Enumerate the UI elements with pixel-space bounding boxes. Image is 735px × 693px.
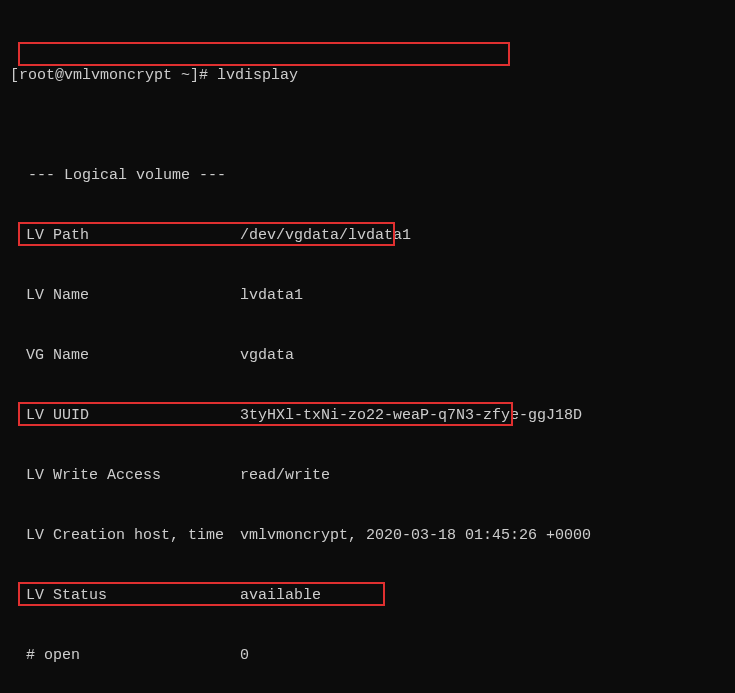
vg-name-row: VG Name vgdata: [10, 346, 725, 366]
lv-status-label: LV Status: [10, 586, 240, 606]
lv-status-row: LV Status available: [10, 586, 725, 606]
open-count-row: # open 0: [10, 646, 725, 666]
terminal-output: [root@vmlvmoncrypt ~]# lvdisplay --- Log…: [0, 0, 735, 693]
lv-write-access-row: LV Write Access read/write: [10, 466, 725, 486]
lv-name-label: LV Name: [10, 286, 240, 306]
lv-creation-value: vmlvmoncrypt, 2020-03-18 01:45:26 +0000: [240, 526, 725, 546]
lv-write-access-value: read/write: [240, 466, 725, 486]
lv-status-value: available: [240, 586, 725, 606]
vg-name-value: vgdata: [240, 346, 725, 366]
lv-path-label: LV Path: [10, 226, 240, 246]
shell-prompt: [root@vmlvmoncrypt ~]# lvdisplay: [10, 66, 298, 86]
lv-uuid-value: 3tyHXl-txNi-zo22-weaP-q7N3-zfye-ggJ18D: [240, 406, 725, 426]
open-count-value: 0: [240, 646, 725, 666]
lv-creation-row: LV Creation host, time vmlvmoncrypt, 202…: [10, 526, 725, 546]
lv-path-value: /dev/vgdata/lvdata1: [240, 226, 725, 246]
section-header: --- Logical volume ---: [10, 166, 725, 186]
highlight-lv-path-1: [18, 42, 510, 66]
lv-name-row: LV Name lvdata1: [10, 286, 725, 306]
lv-name-value: lvdata1: [240, 286, 725, 306]
lv-write-access-label: LV Write Access: [10, 466, 240, 486]
lv-uuid-label: LV UUID: [10, 406, 240, 426]
lv-path-row: LV Path /dev/vgdata/lvdata1: [10, 226, 725, 246]
lv-uuid-row: LV UUID 3tyHXl-txNi-zo22-weaP-q7N3-zfye-…: [10, 406, 725, 426]
vg-name-label: VG Name: [10, 346, 240, 366]
prompt-line: [root@vmlvmoncrypt ~]# lvdisplay: [10, 66, 725, 86]
lv-creation-label: LV Creation host, time: [10, 526, 240, 546]
open-count-label: # open: [10, 646, 240, 666]
